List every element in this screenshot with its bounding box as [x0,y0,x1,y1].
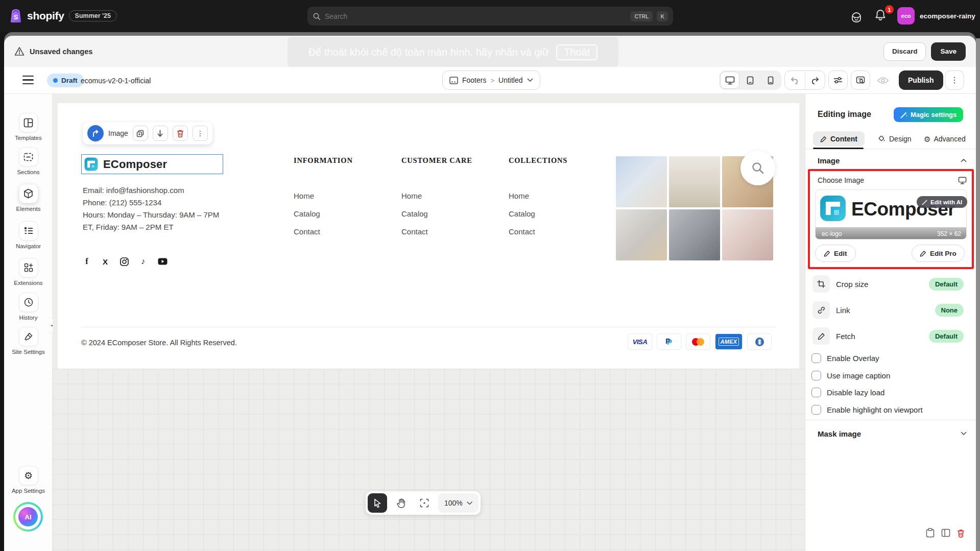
visa-badge[interactable]: VISA [628,334,652,349]
edit-with-ai-button[interactable]: Edit with AI [917,196,967,208]
crop-size-row[interactable]: Crop size Default [812,275,964,293]
footer-divider [81,327,776,327]
diners-badge[interactable] [748,334,771,349]
magnifier-icon [751,161,764,175]
redo-button[interactable] [805,71,825,89]
link-value[interactable]: None [935,304,964,317]
footer-contact-line[interactable]: Phone: (212) 555-1234 [83,198,161,207]
tiktok-icon[interactable]: ♪ [139,257,147,266]
tablet-view-button[interactable] [740,71,760,89]
footer-contact-line[interactable]: Email: info@fashionshop.com [83,186,184,195]
checkbox[interactable] [811,371,821,380]
column-heading: INFORMATION [294,156,386,165]
sidebar-item-app-settings[interactable]: ⚙ App Settings [4,466,53,494]
disable-lazy-load-option[interactable]: Disable lazy load [811,388,885,397]
gallery-image[interactable] [616,156,667,207]
gallery-image[interactable] [616,209,667,260]
footer-link[interactable]: Home [401,191,493,200]
edit-button[interactable]: Edit [815,245,856,262]
account-menu[interactable]: eco ecomposer-rainy [897,7,975,25]
magic-settings-button[interactable]: Magic settings [894,107,963,122]
fetch-row[interactable]: Fetch Default [812,327,964,345]
select-tool-button[interactable] [368,493,387,513]
footer-link[interactable]: Contact [401,227,493,236]
editor-settings-button[interactable] [828,70,848,90]
youtube-icon[interactable] [157,257,168,266]
discard-button[interactable]: Discard [883,42,926,61]
footer-link[interactable]: Contact [294,227,386,236]
footer-link[interactable]: Catalog [509,209,601,218]
enable-highlight-option[interactable]: Enable highlight on viewport [811,405,923,415]
notifications-bell[interactable]: 1 [874,9,891,24]
tab-content[interactable]: Content [813,131,865,147]
sidebar-item-templates[interactable]: Templates [4,113,53,141]
use-image-caption-option[interactable]: Use image caption [811,371,890,380]
footer-link[interactable]: Catalog [401,209,493,218]
mobile-view-button[interactable] [761,71,780,89]
enable-overlay-option[interactable]: Enable Overlay [811,353,879,363]
global-search[interactable]: CTRL K [307,7,673,26]
footer-link[interactable]: Catalog [294,209,386,218]
mask-image-section-header[interactable]: Mask image [818,428,967,439]
fit-screen-button[interactable] [415,493,434,513]
footer-link[interactable]: Home [294,191,386,200]
x-icon[interactable]: X [101,257,109,266]
duplicate-button[interactable] [133,126,148,141]
save-button[interactable]: Save [931,42,966,61]
preview-button[interactable] [873,70,893,90]
sidebar-item-extensions[interactable]: Extensions [4,258,53,286]
zoom-level-dropdown[interactable]: 100% [438,493,479,513]
amex-badge[interactable]: AMEX [715,334,742,349]
seo-inspect-button[interactable] [851,70,870,90]
footer-contact-line[interactable]: ET, Friday: 9AM – 2PM ET [83,223,174,231]
sidebar-item-site-settings[interactable]: Site Settings [4,327,53,355]
desktop-view-button[interactable] [720,71,739,89]
header-more-button[interactable]: ⋮ [945,70,964,90]
footer-logo[interactable]: EComposer [81,154,223,174]
mastercard-badge[interactable] [686,334,710,349]
facebook-icon[interactable]: f [83,257,91,266]
checkbox[interactable] [811,353,821,363]
crop-size-value[interactable]: Default [929,278,964,291]
sidebar-item-elements[interactable]: Elements [4,184,53,212]
image-section-header[interactable]: Image [818,155,967,166]
image-zoom-cursor[interactable] [740,151,775,185]
delete-button[interactable] [957,529,965,538]
paypal-badge[interactable]: P P [657,334,681,349]
pan-tool-button[interactable] [391,493,411,513]
checkbox[interactable] [811,405,821,415]
gallery-image[interactable] [669,156,720,207]
footer-copyright[interactable]: © 2024 EComposer Store. All Rights Reser… [81,339,237,347]
support-icon[interactable] [849,9,864,24]
parent-element-button[interactable] [87,125,104,141]
fetch-value[interactable]: Default [929,330,964,343]
layout-button[interactable] [941,529,950,537]
sidebar-item-navigator[interactable]: Navigator [4,221,53,249]
element-more-button[interactable]: ⋮ [193,126,208,141]
copy-style-button[interactable] [926,528,935,538]
page-scrollbar[interactable] [976,38,980,551]
instagram-icon[interactable] [119,257,129,266]
search-input[interactable] [325,12,626,20]
delete-element-button[interactable] [173,126,188,141]
breadcrumb[interactable]: Footers > Untitled [442,70,540,90]
sidebar-item-sections[interactable]: Sections [4,147,53,175]
gallery-image[interactable] [722,209,773,260]
checkbox[interactable] [811,388,821,397]
tab-advanced[interactable]: ⚙ Advanced [922,131,968,147]
ai-assistant-button[interactable]: AI [13,502,43,532]
publish-button[interactable]: Publish [899,70,943,90]
move-down-button[interactable] [153,126,168,141]
footer-contact-line[interactable]: Hours: Monday – Thursday: 9AM – 7PM [83,210,219,219]
sidebar-item-history[interactable]: History [4,293,53,321]
fullscreen-toast-exit-button[interactable]: Thoát [556,44,597,60]
gallery-image[interactable] [669,209,720,260]
menu-button[interactable] [22,76,35,85]
link-row[interactable]: Link None [812,301,964,319]
tab-design[interactable]: Design [874,131,916,147]
shopify-logo-icon[interactable]: S [9,9,22,23]
edit-pro-button[interactable]: Edit Pro [912,245,965,262]
footer-link[interactable]: Contact [509,227,601,236]
undo-button[interactable] [785,71,805,89]
footer-link[interactable]: Home [509,191,601,200]
